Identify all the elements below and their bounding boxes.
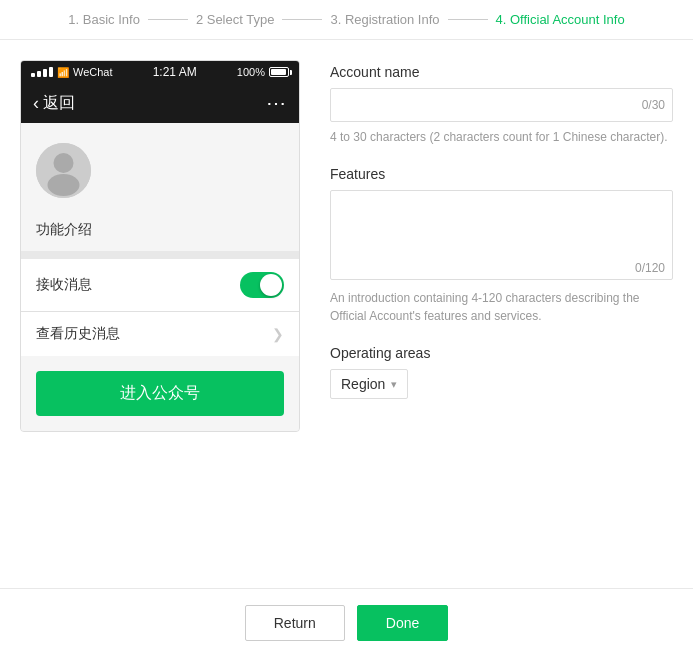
main-content: 📶 WeChat 1:21 AM 100% ‹ 返回 ⋯ [0,40,693,452]
status-left: 📶 WeChat [31,66,113,78]
step-basic-info-label: 1. Basic Info [68,12,140,27]
section-divider [21,251,299,259]
step-basic-info[interactable]: 1. Basic Info [68,12,140,27]
receive-messages-item: 接收消息 [21,259,299,311]
status-right: 100% [237,66,289,78]
region-select-text: Region [341,376,385,392]
operating-areas-label: Operating areas [330,345,673,361]
features-textarea[interactable] [330,190,673,280]
view-history-item[interactable]: 查看历史消息 ❯ [21,312,299,356]
svg-point-2 [48,174,80,196]
phone-cta-section: 进入公众号 [21,356,299,431]
account-name-hint: 4 to 30 characters (2 characters count f… [330,128,673,146]
operating-areas-section: Operating areas Region ▾ [330,345,673,399]
step-official-account-info[interactable]: 4. Official Account Info [496,12,625,27]
step-divider-3 [448,19,488,20]
step-registration-info[interactable]: 3. Registration Info [330,12,439,27]
account-name-label: Account name [330,64,673,80]
back-label: 返回 [43,93,75,114]
avatar [36,143,91,198]
avatar-svg [36,143,91,198]
receive-messages-label: 接收消息 [36,276,92,294]
features-text: 功能介绍 [36,221,92,237]
signal-dot-4 [49,67,53,77]
region-select[interactable]: Region ▾ [330,369,408,399]
wifi-icon: 📶 [57,67,69,78]
receive-messages-toggle[interactable] [240,272,284,298]
step-divider-2 [282,19,322,20]
footer: Return Done [0,588,693,657]
signal-dot-1 [31,73,35,77]
toggle-knob [260,274,282,296]
account-name-input-wrapper: 0/30 [330,88,673,122]
status-time: 1:21 AM [153,65,197,79]
phone-profile-section [21,123,299,213]
step-registration-info-label: 3. Registration Info [330,12,439,27]
phone-mockup: 📶 WeChat 1:21 AM 100% ‹ 返回 ⋯ [20,60,300,432]
stepper: 1. Basic Info 2 Select Type 3. Registrat… [0,0,693,40]
carrier-label: WeChat [73,66,113,78]
form-panel: Account name 0/30 4 to 30 characters (2 … [330,60,673,432]
features-hint: An introduction containing 4-120 charact… [330,289,673,325]
step-select-type-label: 2 Select Type [196,12,275,27]
step-select-type[interactable]: 2 Select Type [196,12,275,27]
signal-dot-3 [43,69,47,77]
features-section: Features 0/120 An introduction containin… [330,166,673,325]
features-label: Features [330,166,673,182]
nav-back-button[interactable]: ‹ 返回 [33,93,75,114]
chevron-right-icon: ❯ [272,326,284,342]
chevron-down-icon: ▾ [391,378,397,391]
enter-official-account-button[interactable]: 进入公众号 [36,371,284,416]
done-button[interactable]: Done [357,605,448,641]
battery-fill [271,69,286,75]
features-char-count: 0/120 [635,261,665,275]
more-options-button[interactable]: ⋯ [266,91,287,115]
features-textarea-wrapper: 0/120 [330,190,673,283]
account-name-char-count: 0/30 [642,98,665,112]
phone-features-label: 功能介绍 [21,213,299,251]
return-button[interactable]: Return [245,605,345,641]
phone-status-bar: 📶 WeChat 1:21 AM 100% [21,61,299,83]
phone-nav-bar: ‹ 返回 ⋯ [21,83,299,123]
battery-icon [269,67,289,77]
signal-dot-2 [37,71,41,77]
signal-dots [31,67,53,77]
step-official-account-info-label: 4. Official Account Info [496,12,625,27]
view-history-label: 查看历史消息 [36,325,120,343]
account-name-input[interactable] [330,88,673,122]
back-arrow-icon: ‹ [33,93,39,114]
step-divider-1 [148,19,188,20]
battery-percent: 100% [237,66,265,78]
svg-point-1 [54,153,74,173]
account-name-section: Account name 0/30 4 to 30 characters (2 … [330,64,673,146]
